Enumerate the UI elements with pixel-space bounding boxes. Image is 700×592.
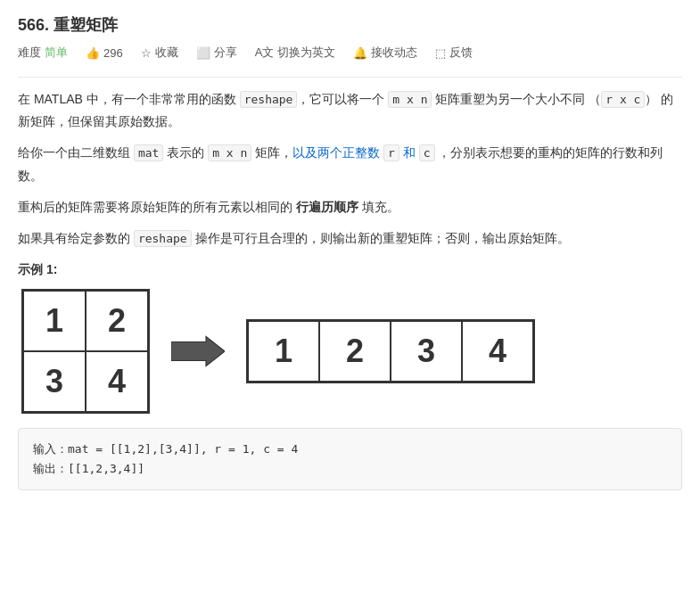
para3-text2: 填充。 xyxy=(358,200,399,214)
code-rxc: r x c xyxy=(601,91,645,108)
para4-text2: 操作是可行且合理的，则输出新的重塑矩阵；否则，输出原始矩阵。 xyxy=(192,231,570,245)
collect-button[interactable]: ☆ 收藏 xyxy=(141,45,178,61)
cell-out-3: 3 xyxy=(391,321,462,382)
code-reshape-2: reshape xyxy=(134,230,192,247)
feedback-icon: ⬚ xyxy=(435,46,446,60)
para-1: 在 MATLAB 中，有一个非常常用的函数 reshape，它可以将一个 m x… xyxy=(18,88,682,133)
thumb-icon: 👍 xyxy=(86,46,100,60)
traverse-bold: 行遍历顺序 xyxy=(296,200,358,214)
para-4: 如果具有给定参数的 reshape 操作是可行且合理的，则输出新的重塑矩阵；否则… xyxy=(18,227,682,250)
input-value: mat = [[1,2],[3,4]], r = 1, c = 4 xyxy=(68,442,298,456)
code-c: c xyxy=(419,144,435,161)
para1-text3: 矩阵重塑为另一个大小不同 （ xyxy=(432,92,601,106)
arrow xyxy=(171,333,225,369)
notify-button[interactable]: 🔔 接收动态 xyxy=(353,45,417,61)
notify-label: 接收动态 xyxy=(371,45,417,61)
code-mat: mat xyxy=(134,144,163,161)
output-matrix: 1 2 3 4 xyxy=(246,319,535,383)
output-line: 输出：[[1,2,3,4]] xyxy=(33,459,667,479)
code-mxn-1: m x n xyxy=(388,91,432,108)
cell-1-2: 2 xyxy=(86,291,148,351)
para3-text1: 重构后的矩阵需要将原始矩阵的所有元素以相同的 xyxy=(18,200,296,214)
divider xyxy=(18,77,682,78)
input-label: 输入： xyxy=(33,442,68,456)
description-section: 在 MATLAB 中，有一个非常常用的函数 reshape，它可以将一个 m x… xyxy=(18,88,682,250)
para2-text2: 表示的 xyxy=(163,145,208,160)
cell-out-4: 4 xyxy=(462,321,533,382)
switch-label: 切换为英文 xyxy=(277,45,335,61)
share-label: 分享 xyxy=(214,45,237,61)
cell-out-2: 2 xyxy=(319,321,391,382)
switch-language-button[interactable]: A文 切换为英文 xyxy=(255,45,336,61)
difficulty-label: 难度 xyxy=(18,45,41,61)
code-r: r xyxy=(383,144,399,161)
para2-text4: 以及两个正整数 xyxy=(292,145,383,160)
star-icon: ☆ xyxy=(141,46,152,60)
para4-text1: 如果具有给定参数的 xyxy=(18,231,134,245)
meta-row: 难度 简单 👍 296 ☆ 收藏 ⬜ 分享 A文 切换为英文 🔔 接收动态 ⬚ … xyxy=(18,45,682,61)
example-title: 示例 1: xyxy=(18,262,682,278)
share-icon: ⬜ xyxy=(196,46,210,60)
code-mxn-2: m x n xyxy=(208,144,251,161)
para1-text1: 在 MATLAB 中，有一个非常常用的函数 xyxy=(18,92,240,106)
output-label: 输出： xyxy=(33,462,68,475)
input-matrix: 1 2 3 4 xyxy=(21,289,150,414)
bell-icon: 🔔 xyxy=(353,46,367,60)
translate-icon: A文 xyxy=(255,45,275,61)
feedback-button[interactable]: ⬚ 反馈 xyxy=(435,45,473,61)
para1-text2: ，它可以将一个 xyxy=(297,92,388,106)
svg-marker-0 xyxy=(171,337,225,366)
example-visual: 1 2 3 4 1 2 3 4 xyxy=(21,289,682,414)
collect-label: 收藏 xyxy=(155,45,178,61)
para-2: 给你一个由二维数组 mat 表示的 m x n 矩阵，以及两个正整数 r 和 c… xyxy=(18,142,682,186)
like-button[interactable]: 👍 296 xyxy=(86,46,123,60)
para-3: 重构后的矩阵需要将原始矩阵的所有元素以相同的 行遍历顺序 填充。 xyxy=(18,196,682,218)
cell-2-2: 4 xyxy=(86,351,148,412)
page-title: 566. 重塑矩阵 xyxy=(18,14,682,36)
para2-text5: 和 xyxy=(399,145,419,160)
input-line: 输入：mat = [[1,2],[3,4]], r = 1, c = 4 xyxy=(33,440,667,459)
cell-out-1: 1 xyxy=(248,321,319,382)
difficulty-section: 难度 简单 xyxy=(18,45,68,61)
like-count: 296 xyxy=(103,46,123,60)
right-arrow-icon xyxy=(171,333,225,369)
example-code-block: 输入：mat = [[1,2],[3,4]], r = 1, c = 4 输出：… xyxy=(18,428,682,490)
difficulty-value: 简单 xyxy=(45,45,68,61)
para2-text3: 矩阵， xyxy=(251,145,292,160)
feedback-label: 反馈 xyxy=(449,45,473,61)
cell-1-1: 1 xyxy=(23,291,86,351)
output-value: [[1,2,3,4]] xyxy=(68,462,144,475)
code-reshape-1: reshape xyxy=(240,91,298,108)
para2-text1: 给你一个由二维数组 xyxy=(18,145,134,160)
cell-2-1: 3 xyxy=(23,351,86,412)
share-button[interactable]: ⬜ 分享 xyxy=(196,45,237,61)
